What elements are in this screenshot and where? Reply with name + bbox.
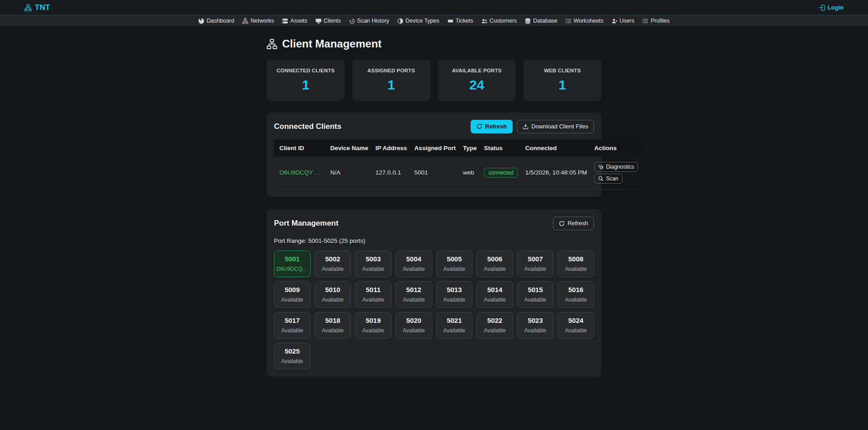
nav-item-label: Clients bbox=[324, 18, 341, 24]
port-status: Available bbox=[357, 327, 389, 334]
port-number: 5008 bbox=[560, 255, 592, 263]
port-number: 5006 bbox=[479, 255, 511, 263]
main-nav: DashboardNetworksAssetsClientsScan Histo… bbox=[0, 15, 868, 27]
port-number: 5009 bbox=[276, 286, 308, 293]
ip-address-cell: 127.0.0.1 bbox=[372, 156, 411, 189]
brand[interactable]: TNT bbox=[24, 3, 50, 12]
port-status: Available bbox=[560, 327, 592, 334]
port-card-5021: 5021Available bbox=[436, 312, 473, 339]
port-number: 5021 bbox=[439, 317, 471, 324]
stat-value: 1 bbox=[355, 77, 427, 93]
port-card-5013: 5013Available bbox=[436, 281, 473, 308]
nav-item-networks[interactable]: Networks bbox=[238, 18, 278, 24]
port-status: O6U9DCQY... bbox=[276, 266, 308, 272]
login-link[interactable]: Login bbox=[819, 4, 844, 11]
search-icon bbox=[598, 176, 604, 181]
port-status: Available bbox=[479, 327, 511, 334]
users-icon bbox=[481, 18, 487, 24]
port-status: Available bbox=[276, 358, 308, 364]
history-icon bbox=[349, 18, 355, 24]
ticket-icon bbox=[448, 18, 453, 24]
half-circle-icon bbox=[397, 18, 403, 24]
port-status: Available bbox=[439, 327, 471, 334]
column-header-ip-address: IP Address bbox=[372, 140, 411, 156]
port-status: Available bbox=[398, 266, 430, 272]
port-card-5019: 5019Available bbox=[355, 312, 392, 339]
port-card-5025: 5025Available bbox=[274, 343, 311, 369]
list-icon bbox=[642, 18, 648, 24]
port-card-5011: 5011Available bbox=[355, 281, 392, 308]
port-number: 5016 bbox=[560, 286, 592, 293]
brand-name: TNT bbox=[35, 3, 50, 12]
stat-value: 1 bbox=[526, 77, 599, 93]
port-status: Available bbox=[519, 266, 552, 272]
column-header-connected: Connected bbox=[522, 140, 591, 156]
port-card-5007: 5007Available bbox=[517, 250, 554, 277]
nav-item-tickets[interactable]: Tickets bbox=[443, 18, 477, 24]
sitemap-icon bbox=[267, 39, 277, 49]
login-icon bbox=[819, 5, 825, 11]
diagnostics-button[interactable]: Diagnostics bbox=[594, 162, 638, 172]
scan-button[interactable]: Scan bbox=[594, 174, 622, 184]
nav-item-clients[interactable]: Clients bbox=[311, 18, 345, 24]
port-status: Available bbox=[398, 327, 430, 334]
port-number: 5025 bbox=[276, 347, 308, 355]
stat-card-web-clients: WEB CLIENTS1 bbox=[524, 59, 601, 101]
list-icon bbox=[566, 18, 571, 24]
nav-item-profiles[interactable]: Profiles bbox=[638, 18, 674, 24]
nav-item-label: Assets bbox=[290, 18, 307, 24]
nav-item-customers[interactable]: Customers bbox=[477, 18, 521, 24]
login-label: Login bbox=[828, 4, 844, 11]
nav-item-label: Scan History bbox=[357, 18, 389, 24]
stethoscope-icon bbox=[598, 164, 604, 170]
port-number: 5015 bbox=[519, 286, 552, 293]
nav-item-label: Dashboard bbox=[207, 18, 234, 24]
port-status: Available bbox=[479, 297, 511, 303]
column-header-actions: Actions bbox=[590, 140, 642, 156]
port-status: Available bbox=[357, 297, 389, 303]
connected-time-cell: 1/5/2026, 10:48:05 PM bbox=[522, 156, 591, 189]
nav-item-dashboard[interactable]: Dashboard bbox=[194, 18, 238, 24]
port-status: Available bbox=[439, 266, 471, 272]
nav-item-scan-history[interactable]: Scan History bbox=[345, 18, 393, 24]
nav-item-database[interactable]: Database bbox=[521, 18, 561, 24]
port-range-text: Port Range: 5001-5025 (25 ports) bbox=[274, 237, 594, 244]
port-grid: 5001O6U9DCQY...5002Available5003Availabl… bbox=[274, 250, 594, 369]
connected-clients-title: Connected Clients bbox=[274, 122, 341, 131]
column-header-status: Status bbox=[480, 140, 521, 156]
sitemap-icon bbox=[24, 4, 32, 11]
type-cell: web bbox=[459, 156, 481, 189]
port-card-5014: 5014Available bbox=[476, 281, 513, 308]
nav-item-worksheets[interactable]: Worksheets bbox=[561, 18, 608, 24]
nav-item-label: Worksheets bbox=[574, 18, 604, 24]
download-client-files-button[interactable]: Download Client Files bbox=[517, 120, 594, 133]
nav-item-assets[interactable]: Assets bbox=[278, 18, 311, 24]
port-number: 5001 bbox=[276, 255, 308, 263]
refresh-ports-button[interactable]: Refresh bbox=[553, 217, 594, 230]
top-header: TNT Login bbox=[0, 0, 868, 15]
nav-item-device-types[interactable]: Device Types bbox=[393, 18, 443, 24]
port-card-5003: 5003Available bbox=[355, 250, 392, 277]
port-card-5004: 5004Available bbox=[396, 250, 432, 277]
connected-clients-panel: Connected Clients Refresh Download Clien… bbox=[267, 113, 601, 197]
nav-item-label: Device Types bbox=[406, 18, 439, 24]
assigned-port-cell: 5001 bbox=[410, 156, 459, 189]
port-card-5001: 5001O6U9DCQY... bbox=[274, 250, 311, 277]
port-card-5022: 5022Available bbox=[476, 312, 513, 339]
port-number: 5019 bbox=[357, 317, 389, 324]
nav-item-label: Profiles bbox=[651, 18, 670, 24]
port-status: Available bbox=[560, 266, 592, 272]
port-card-5006: 5006Available bbox=[476, 250, 513, 277]
port-card-5018: 5018Available bbox=[315, 312, 351, 339]
status-badge: connected bbox=[484, 168, 518, 178]
nav-item-users[interactable]: Users bbox=[608, 18, 639, 24]
stat-card-available-ports: AVAILABLE PORTS24 bbox=[438, 59, 516, 101]
stat-label: AVAILABLE PORTS bbox=[441, 68, 513, 73]
sitemap-icon bbox=[242, 18, 248, 24]
stat-card-connected-clients: CONNECTED CLIENTS1 bbox=[267, 59, 344, 101]
port-number: 5012 bbox=[398, 286, 430, 293]
port-number: 5011 bbox=[357, 286, 389, 293]
download-icon bbox=[523, 123, 528, 129]
refresh-clients-button[interactable]: Refresh bbox=[471, 120, 513, 133]
nav-item-label: Database bbox=[533, 18, 557, 24]
